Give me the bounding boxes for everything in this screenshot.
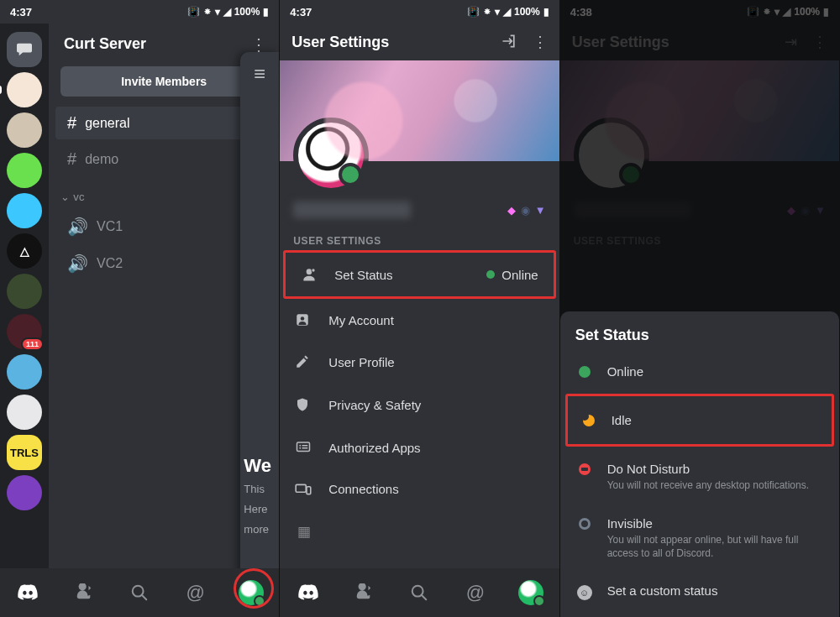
wifi-icon: ▾	[495, 6, 500, 18]
online-dot-icon	[579, 366, 591, 378]
row-authorized-apps[interactable]: Authorized Apps	[280, 426, 559, 468]
server-item[interactable]	[7, 475, 42, 510]
svg-rect-7	[297, 442, 310, 452]
presence-dot-icon	[533, 595, 545, 607]
nitro-badge-icon: ◆	[507, 204, 516, 217]
peek-welcome-title: We	[244, 455, 280, 477]
tab-friends[interactable]	[349, 578, 378, 607]
screen-set-status: 4:38 📳⁕▾◢ 100%▮ User Settings ⇥⋮ ◆◉▼ USE…	[560, 0, 840, 617]
bluetooth-icon: ⁕	[483, 6, 491, 18]
tab-discord[interactable]	[294, 578, 323, 607]
status-label: Invisible	[607, 516, 817, 531]
avatar-icon	[518, 580, 543, 605]
tab-mentions[interactable]: @	[461, 578, 490, 607]
status-desc: You will not receive any desktop notific…	[607, 478, 809, 492]
row-label: Connections	[328, 482, 543, 496]
status-sheet: Set Status Online Idle Do Not Disturb Yo…	[560, 311, 839, 617]
android-statusbar: 4:37 📳 ⁕ ▾ ◢ 100% ▮	[280, 0, 559, 24]
presence-dot-icon	[339, 163, 362, 186]
hamburger-icon[interactable]: ≡	[240, 62, 279, 86]
status-desc: You will not appear online, but will hav…	[607, 533, 817, 560]
row-label: Set Status	[334, 268, 471, 282]
server-item[interactable]: TRLS	[7, 435, 42, 470]
custom-status-icon: ☺	[577, 585, 592, 600]
sheet-title: Set Status	[560, 323, 839, 353]
status-option-custom[interactable]: ☺ Set a custom status	[560, 572, 839, 612]
account-icon	[295, 312, 313, 327]
status-option-idle[interactable]: Idle	[565, 394, 834, 447]
invisible-icon	[579, 518, 591, 530]
server-item[interactable]	[7, 354, 42, 390]
server-item[interactable]	[7, 72, 42, 107]
svg-rect-9	[302, 445, 308, 447]
row-set-status[interactable]: Set Status Online	[283, 250, 555, 299]
server-menu-button[interactable]: ⋮	[250, 36, 267, 53]
server-item[interactable]	[7, 395, 42, 430]
row-label: Privacy & Safety	[328, 398, 543, 412]
vibrate-icon: 📳	[187, 6, 200, 18]
svg-line-15	[422, 595, 427, 600]
current-status: Online	[486, 268, 538, 282]
row-label: Authorized Apps	[328, 441, 543, 455]
server-name[interactable]: Curt Server	[64, 35, 146, 53]
row-connections[interactable]: Connections	[280, 468, 559, 510]
speaker-icon: 🔊	[67, 254, 88, 274]
status-option-invisible[interactable]: Invisible You will not appear online, bu…	[560, 505, 839, 572]
apps-icon	[295, 440, 313, 455]
tab-search[interactable]	[405, 578, 433, 607]
profile-avatar[interactable]	[293, 118, 369, 193]
status-option-online[interactable]: Online	[560, 353, 839, 390]
svg-rect-11	[302, 447, 308, 449]
server-item[interactable]: △	[7, 233, 42, 269]
svg-line-1	[142, 595, 147, 600]
server-item[interactable]	[7, 193, 42, 228]
hypesquad-badge-icon: ▼	[535, 204, 546, 217]
peek-line: This	[244, 482, 280, 497]
server-item[interactable]	[7, 274, 42, 309]
logout-icon[interactable]	[501, 33, 517, 51]
server-item[interactable]	[7, 153, 42, 188]
dnd-icon	[579, 463, 591, 475]
dm-button[interactable]	[7, 32, 42, 67]
status-option-dnd[interactable]: Do Not Disturb You will not receive any …	[560, 450, 839, 504]
tab-discord[interactable]	[13, 578, 42, 607]
invite-members-button[interactable]: Invite Members	[60, 66, 267, 97]
row-privacy-safety[interactable]: Privacy & Safety	[280, 383, 559, 426]
signal-icon: ◢	[503, 6, 511, 18]
server-item[interactable]	[7, 112, 42, 148]
row-my-account[interactable]: My Account	[280, 299, 559, 341]
svg-point-2	[307, 269, 312, 275]
boost-badge-icon: ◉	[521, 204, 530, 217]
peek-line: more	[244, 522, 280, 537]
pencil-icon	[295, 354, 313, 369]
clock: 4:37	[10, 6, 32, 18]
row-user-profile[interactable]: User Profile	[280, 341, 559, 383]
svg-rect-12	[297, 484, 307, 492]
svg-point-6	[301, 316, 305, 321]
tab-profile[interactable]	[517, 578, 545, 607]
tab-search[interactable]	[125, 578, 154, 607]
battery-pct: 100%	[514, 6, 540, 18]
bottom-tabbar: @	[280, 568, 559, 617]
screen-server-channels: 4:37 📳 ⁕ ▾ ◢ 100% ▮ △ 111 TRLS	[0, 0, 280, 617]
username-redacted	[293, 201, 411, 218]
server-rail[interactable]: △ 111 TRLS	[0, 24, 49, 617]
speaker-icon: 🔊	[67, 217, 88, 237]
battery-icon: ▮	[263, 6, 269, 18]
vibrate-icon: 📳	[467, 6, 480, 18]
row-more[interactable]: ▦	[280, 510, 559, 544]
idle-moon-icon	[583, 415, 595, 426]
svg-point-8	[300, 445, 302, 447]
battery-icon: ▮	[543, 6, 549, 18]
server-item[interactable]: 111	[7, 314, 42, 349]
tab-mentions[interactable]: @	[181, 578, 210, 607]
shield-icon	[295, 396, 313, 413]
row-label: My Account	[328, 313, 543, 327]
tab-friends[interactable]	[70, 578, 98, 607]
qr-icon: ▦	[295, 523, 313, 541]
annotation-circle	[234, 568, 274, 609]
devices-icon	[295, 483, 313, 496]
profile-banner	[280, 60, 559, 161]
chat-peek[interactable]: ≡ We This Here more	[240, 52, 279, 599]
overflow-menu-button[interactable]: ⋮	[533, 33, 548, 51]
